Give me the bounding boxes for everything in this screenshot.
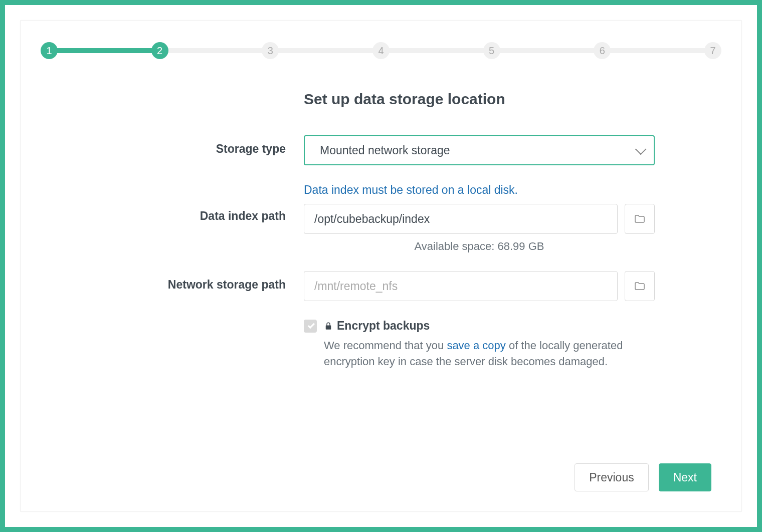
encrypt-label: Encrypt backups — [324, 319, 430, 333]
save-copy-link[interactable]: save a copy — [447, 339, 505, 352]
lock-icon — [324, 322, 333, 331]
row-storage-type: Storage type Mounted network storage — [80, 135, 682, 165]
data-index-label: Data index path — [80, 183, 304, 223]
folder-icon — [634, 280, 646, 292]
stepper-nodes: 1234567 — [41, 41, 721, 61]
browse-index-button[interactable] — [625, 204, 655, 234]
data-index-input[interactable] — [304, 204, 618, 234]
step-node-4[interactable]: 4 — [372, 42, 390, 59]
wizard-footer: Previous Next — [575, 463, 711, 491]
row-data-index: Data index path Data index must be store… — [80, 183, 682, 253]
row-encrypt: Encrypt backups We recommend that you sa… — [80, 319, 682, 370]
step-node-3[interactable]: 3 — [262, 42, 279, 59]
form-main: Set up data storage location Storage typ… — [80, 91, 682, 388]
row-network-path: Network storage path — [80, 271, 682, 301]
available-space: Available space: 68.99 GB — [304, 240, 655, 253]
encrypt-description: We recommend that you save a copy of the… — [304, 338, 655, 370]
data-index-hint: Data index must be stored on a local dis… — [304, 183, 655, 197]
network-path-input[interactable] — [304, 271, 618, 301]
page-title: Set up data storage location — [304, 91, 682, 108]
encrypt-checkbox[interactable] — [304, 320, 317, 333]
check-icon — [307, 322, 314, 329]
storage-type-select[interactable]: Mounted network storage — [304, 135, 655, 165]
storage-type-label: Storage type — [80, 135, 304, 156]
step-node-7[interactable]: 7 — [704, 42, 721, 59]
network-path-label: Network storage path — [80, 271, 304, 292]
step-node-1[interactable]: 1 — [41, 42, 58, 59]
stepper: 1234567 — [41, 41, 721, 61]
step-node-5[interactable]: 5 — [483, 42, 500, 59]
next-button[interactable]: Next — [659, 463, 711, 491]
step-node-2[interactable]: 2 — [151, 42, 168, 59]
folder-icon — [634, 213, 646, 225]
browse-network-button[interactable] — [625, 271, 655, 301]
storage-type-value: Mounted network storage — [320, 144, 450, 157]
previous-button[interactable]: Previous — [575, 463, 648, 491]
wizard-frame: 1234567 Set up data storage location Sto… — [0, 0, 762, 532]
step-node-6[interactable]: 6 — [594, 42, 611, 59]
chevron-down-icon — [635, 144, 647, 155]
wizard-panel: 1234567 Set up data storage location Sto… — [20, 20, 742, 512]
